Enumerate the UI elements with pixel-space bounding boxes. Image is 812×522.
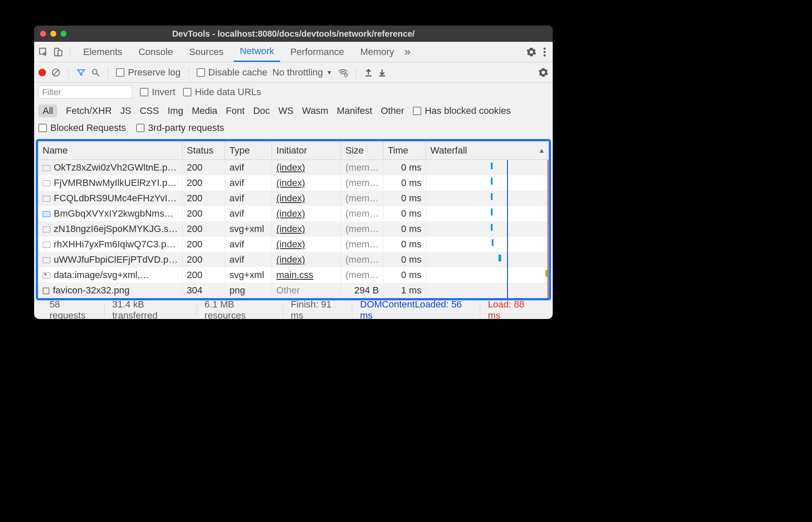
dcl-line	[507, 160, 508, 175]
cell-initiator: (index)	[272, 237, 341, 252]
hide-data-urls-checkbox[interactable]: Hide data URLs	[183, 87, 261, 98]
has-blocked-cookies-checkbox[interactable]: Has blocked cookies	[413, 105, 511, 116]
waterfall-bar	[491, 193, 493, 200]
initiator-link[interactable]: (index)	[276, 162, 305, 173]
filter-icon[interactable]	[76, 68, 86, 77]
tab-network[interactable]: Network	[234, 42, 280, 62]
type-filter-js[interactable]: JS	[120, 105, 131, 116]
more-tabs-icon[interactable]: »	[404, 45, 410, 58]
type-filter-manifest[interactable]: Manifest	[337, 105, 372, 116]
load-line	[548, 252, 548, 267]
disable-cache-checkbox[interactable]: Disable cache	[197, 67, 267, 78]
panel-settings-gear-icon[interactable]	[538, 67, 548, 78]
cell-time: 1 ms	[383, 283, 426, 298]
dcl-line	[507, 283, 508, 298]
chevron-down-icon: ▼	[326, 69, 332, 76]
col-name[interactable]: Name	[38, 142, 183, 160]
initiator-link[interactable]: (index)	[276, 208, 305, 219]
cell-type: avif	[225, 252, 272, 267]
status-dcl: DOMContentLoaded: 56 ms	[352, 299, 480, 319]
initiator-link[interactable]: main.css	[276, 270, 313, 280]
download-har-icon[interactable]	[378, 68, 386, 77]
invert-checkbox[interactable]: Invert	[140, 87, 175, 98]
waterfall-bar	[492, 239, 494, 246]
col-initiator[interactable]: Initiator	[272, 142, 341, 160]
request-name: BmGbqXVYxIY2kwgbNms…	[54, 208, 174, 219]
type-filter-doc[interactable]: Doc	[253, 105, 270, 116]
select-element-icon[interactable]	[38, 47, 49, 57]
type-filter-bar: All Fetch/XHR JS CSS Img Media Font Doc …	[34, 102, 553, 120]
initiator-link[interactable]: (index)	[276, 193, 305, 203]
tab-sources[interactable]: Sources	[183, 42, 229, 62]
type-filter-media[interactable]: Media	[192, 105, 218, 116]
throttling-select[interactable]: No throttling ▼	[273, 67, 332, 78]
load-line	[548, 237, 548, 252]
cell-status: 200	[183, 191, 225, 206]
search-icon[interactable]	[91, 68, 100, 77]
initiator-link[interactable]: (index)	[276, 177, 305, 188]
svg-point-5	[544, 54, 546, 56]
table-row[interactable]: BmGbqXVYxIY2kwgbNms…200avif(index)(mem…0…	[38, 206, 549, 221]
cell-type: png	[225, 283, 272, 298]
col-waterfall[interactable]: Waterfall▲	[426, 142, 549, 160]
type-filter-ws[interactable]: WS	[278, 105, 293, 116]
type-filter-img[interactable]: Img	[168, 105, 183, 116]
cell-waterfall	[426, 221, 549, 237]
table-row[interactable]: data:image/svg+xml,…200svg+xmlmain.css(m…	[38, 267, 549, 283]
col-status[interactable]: Status	[183, 142, 225, 160]
checkbox-icon	[183, 88, 191, 96]
dcl-line	[507, 221, 508, 237]
network-conditions-icon[interactable]	[337, 68, 348, 77]
divider	[70, 46, 70, 58]
tab-memory[interactable]: Memory	[354, 42, 400, 62]
type-filter-fetch[interactable]: Fetch/XHR	[66, 105, 112, 116]
type-filter-css[interactable]: CSS	[140, 105, 159, 116]
table-row[interactable]: uWWJfuFbpiClEFjPTdVD.p…200avif(index)(me…	[38, 252, 549, 267]
checkbox-icon	[413, 107, 421, 115]
tab-label: Elements	[83, 46, 122, 58]
status-resources: 6.1 MB resources	[197, 299, 283, 319]
tab-elements[interactable]: Elements	[77, 42, 128, 62]
preserve-log-checkbox[interactable]: Preserve log	[116, 67, 181, 78]
type-filter-wasm[interactable]: Wasm	[302, 105, 328, 116]
minimize-window-button[interactable]	[50, 31, 56, 37]
col-type[interactable]: Type	[225, 142, 272, 160]
close-window-button[interactable]	[40, 31, 46, 37]
col-size[interactable]: Size	[341, 142, 383, 160]
waterfall-bar	[547, 270, 548, 277]
tab-console[interactable]: Console	[133, 42, 179, 62]
type-filter-other[interactable]: Other	[381, 105, 404, 116]
third-party-checkbox[interactable]: 3rd-party requests	[136, 122, 224, 133]
status-finish: Finish: 91 ms	[283, 299, 352, 319]
status-bar: 58 requests 31.4 kB transferred 6.1 MB r…	[34, 300, 553, 319]
device-toggle-icon[interactable]	[53, 47, 63, 57]
upload-har-icon[interactable]	[364, 68, 373, 77]
filter-input[interactable]: Filter	[38, 86, 132, 99]
cell-time: 0 ms	[383, 221, 426, 237]
table-row[interactable]: FCQLdbRS9UMc4eFHzYvI…200avif(index)(mem……	[38, 191, 549, 206]
svg-point-3	[544, 47, 546, 49]
cell-time: 0 ms	[383, 191, 426, 206]
type-filter-all[interactable]: All	[38, 104, 57, 117]
col-time[interactable]: Time	[383, 142, 426, 160]
maximize-window-button[interactable]	[61, 31, 67, 37]
table-row[interactable]: favicon-32x32.png304pngOther294 B1 ms	[38, 283, 549, 298]
svg-point-4	[544, 51, 546, 53]
table-row[interactable]: zN18ngzI6ejSpoKMYKJG.s…200svg+xml(index)…	[38, 221, 549, 237]
initiator-link[interactable]: (index)	[276, 239, 305, 249]
blocked-requests-checkbox[interactable]: Blocked Requests	[38, 122, 126, 133]
kebab-menu-icon[interactable]	[541, 47, 548, 57]
record-button[interactable]	[38, 69, 46, 76]
initiator-link[interactable]: (index)	[276, 223, 305, 234]
table-row[interactable]: FjVMRBNwMyIlkUElRzYI.p…200avif(index)(me…	[38, 175, 549, 191]
cell-time: 0 ms	[383, 175, 426, 191]
request-name: rhXHHi7yxFm6IqiwQ7C3.p…	[54, 239, 176, 249]
settings-gear-icon[interactable]	[526, 47, 536, 57]
table-row[interactable]: OkTz8xZwi0zVh2GWltnE.p…200avif(index)(me…	[38, 160, 549, 176]
tab-label: Console	[139, 46, 173, 58]
initiator-link[interactable]: (index)	[276, 254, 305, 265]
clear-icon[interactable]	[51, 68, 61, 77]
table-row[interactable]: rhXHHi7yxFm6IqiwQ7C3.p…200avif(index)(me…	[38, 237, 549, 252]
tab-performance[interactable]: Performance	[284, 42, 350, 62]
type-filter-font[interactable]: Font	[226, 105, 245, 116]
